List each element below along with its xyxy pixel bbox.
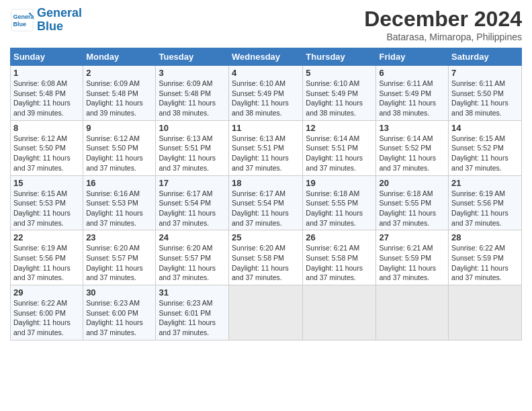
calendar-cell: 22Sunrise: 6:19 AMSunset: 5:56 PMDayligh… (11, 230, 83, 285)
day-number: 31 (159, 287, 226, 298)
day-detail: Sunrise: 6:15 AMSunset: 5:52 PMDaylight:… (451, 134, 508, 172)
calendar-cell: 3Sunrise: 6:09 AMSunset: 5:48 PMDaylight… (156, 66, 229, 121)
calendar-cell: 21Sunrise: 6:19 AMSunset: 5:56 PMDayligh… (449, 175, 522, 230)
logo-general: General (37, 6, 82, 19)
day-detail: Sunrise: 6:09 AMSunset: 5:48 PMDaylight:… (159, 79, 216, 117)
calendar-cell: 13Sunrise: 6:14 AMSunset: 5:52 PMDayligh… (376, 120, 449, 175)
calendar-cell: 10Sunrise: 6:13 AMSunset: 5:51 PMDayligh… (156, 120, 229, 175)
calendar-week-2: 8Sunrise: 6:12 AMSunset: 5:50 PMDaylight… (11, 120, 522, 175)
logo: General Blue General Blue (10, 7, 82, 34)
day-detail: Sunrise: 6:10 AMSunset: 5:49 PMDaylight:… (306, 79, 363, 117)
calendar-cell: 16Sunrise: 6:16 AMSunset: 5:53 PMDayligh… (83, 175, 156, 230)
header-thursday: Thursday (303, 48, 376, 66)
calendar-cell: 25Sunrise: 6:20 AMSunset: 5:58 PMDayligh… (229, 230, 303, 285)
day-detail: Sunrise: 6:11 AMSunset: 5:49 PMDaylight:… (379, 79, 436, 117)
page: General Blue General Blue December 2024 … (0, 0, 532, 347)
day-number: 2 (86, 68, 152, 78)
calendar-cell: 6Sunrise: 6:11 AMSunset: 5:49 PMDaylight… (376, 66, 449, 121)
svg-text:Blue: Blue (13, 21, 27, 28)
calendar-cell (449, 285, 522, 340)
calendar-cell: 7Sunrise: 6:11 AMSunset: 5:50 PMDaylight… (449, 66, 522, 121)
title-area: December 2024 Batarasa, Mimaropa, Philip… (364, 7, 522, 42)
calendar-cell: 1Sunrise: 6:08 AMSunset: 5:48 PMDaylight… (11, 66, 83, 121)
day-number: 26 (306, 232, 373, 242)
day-number: 28 (451, 232, 519, 242)
day-number: 23 (86, 232, 152, 242)
day-number: 9 (86, 123, 152, 133)
day-number: 30 (86, 287, 152, 298)
day-detail: Sunrise: 6:11 AMSunset: 5:50 PMDaylight:… (451, 79, 508, 117)
calendar-cell: 17Sunrise: 6:17 AMSunset: 5:54 PMDayligh… (156, 175, 229, 230)
day-detail: Sunrise: 6:20 AMSunset: 5:58 PMDaylight:… (232, 244, 289, 281)
day-detail: Sunrise: 6:21 AMSunset: 5:58 PMDaylight:… (306, 244, 363, 281)
day-detail: Sunrise: 6:14 AMSunset: 5:52 PMDaylight:… (379, 134, 436, 172)
day-number: 14 (451, 123, 519, 133)
calendar-cell: 19Sunrise: 6:18 AMSunset: 5:55 PMDayligh… (303, 175, 376, 230)
day-number: 13 (379, 123, 445, 133)
calendar-table: SundayMondayTuesdayWednesdayThursdayFrid… (10, 48, 522, 340)
calendar-cell (229, 285, 303, 340)
calendar-cell (376, 285, 449, 340)
calendar-cell: 18Sunrise: 6:17 AMSunset: 5:54 PMDayligh… (229, 175, 303, 230)
day-number: 1 (13, 68, 80, 78)
day-detail: Sunrise: 6:22 AMSunset: 6:00 PMDaylight:… (13, 299, 71, 336)
day-number: 15 (13, 178, 80, 188)
calendar-header-row: SundayMondayTuesdayWednesdayThursdayFrid… (11, 48, 522, 66)
day-number: 5 (306, 68, 373, 78)
day-number: 12 (306, 123, 373, 133)
day-number: 24 (159, 232, 226, 242)
day-detail: Sunrise: 6:09 AMSunset: 5:48 PMDaylight:… (86, 79, 143, 117)
calendar-cell: 26Sunrise: 6:21 AMSunset: 5:58 PMDayligh… (303, 230, 376, 285)
day-number: 16 (86, 178, 152, 188)
day-detail: Sunrise: 6:18 AMSunset: 5:55 PMDaylight:… (306, 189, 363, 227)
day-number: 29 (13, 287, 80, 298)
day-detail: Sunrise: 6:20 AMSunset: 5:57 PMDaylight:… (86, 244, 143, 281)
calendar-cell: 14Sunrise: 6:15 AMSunset: 5:52 PMDayligh… (449, 120, 522, 175)
header-friday: Friday (376, 48, 449, 66)
calendar-cell: 2Sunrise: 6:09 AMSunset: 5:48 PMDaylight… (83, 66, 156, 121)
calendar-cell: 31Sunrise: 6:23 AMSunset: 6:01 PMDayligh… (156, 285, 229, 340)
day-number: 17 (159, 178, 226, 188)
calendar-cell: 8Sunrise: 6:12 AMSunset: 5:50 PMDaylight… (11, 120, 83, 175)
day-detail: Sunrise: 6:16 AMSunset: 5:53 PMDaylight:… (86, 189, 143, 227)
day-number: 8 (13, 123, 80, 133)
day-detail: Sunrise: 6:19 AMSunset: 5:56 PMDaylight:… (451, 189, 508, 227)
day-detail: Sunrise: 6:20 AMSunset: 5:57 PMDaylight:… (159, 244, 216, 281)
calendar-cell: 27Sunrise: 6:21 AMSunset: 5:59 PMDayligh… (376, 230, 449, 285)
day-detail: Sunrise: 6:14 AMSunset: 5:51 PMDaylight:… (306, 134, 363, 172)
day-detail: Sunrise: 6:18 AMSunset: 5:55 PMDaylight:… (379, 189, 436, 227)
header-monday: Monday (83, 48, 156, 66)
calendar-week-3: 15Sunrise: 6:15 AMSunset: 5:53 PMDayligh… (11, 175, 522, 230)
logo-blue: Blue (37, 19, 63, 33)
day-detail: Sunrise: 6:17 AMSunset: 5:54 PMDaylight:… (232, 189, 289, 227)
calendar-cell: 11Sunrise: 6:13 AMSunset: 5:51 PMDayligh… (229, 120, 303, 175)
calendar-cell: 5Sunrise: 6:10 AMSunset: 5:49 PMDaylight… (303, 66, 376, 121)
calendar-cell: 28Sunrise: 6:22 AMSunset: 5:59 PMDayligh… (449, 230, 522, 285)
day-detail: Sunrise: 6:23 AMSunset: 6:00 PMDaylight:… (86, 299, 143, 336)
logo-icon: General Blue (10, 8, 34, 32)
calendar-week-5: 29Sunrise: 6:22 AMSunset: 6:00 PMDayligh… (11, 285, 522, 340)
day-detail: Sunrise: 6:12 AMSunset: 5:50 PMDaylight:… (13, 134, 71, 172)
calendar-cell: 23Sunrise: 6:20 AMSunset: 5:57 PMDayligh… (83, 230, 156, 285)
day-detail: Sunrise: 6:12 AMSunset: 5:50 PMDaylight:… (86, 134, 143, 172)
calendar-cell: 4Sunrise: 6:10 AMSunset: 5:49 PMDaylight… (229, 66, 303, 121)
calendar-cell (303, 285, 376, 340)
day-number: 22 (13, 232, 80, 242)
calendar-cell: 15Sunrise: 6:15 AMSunset: 5:53 PMDayligh… (11, 175, 83, 230)
day-number: 18 (232, 178, 300, 188)
header: General Blue General Blue December 2024 … (10, 7, 522, 42)
day-number: 7 (451, 68, 519, 78)
header-tuesday: Tuesday (156, 48, 229, 66)
day-number: 19 (306, 178, 373, 188)
day-number: 27 (379, 232, 445, 242)
day-number: 4 (232, 68, 300, 78)
day-number: 20 (379, 178, 445, 188)
calendar-week-4: 22Sunrise: 6:19 AMSunset: 5:56 PMDayligh… (11, 230, 522, 285)
header-wednesday: Wednesday (229, 48, 303, 66)
location-subtitle: Batarasa, Mimaropa, Philippines (364, 32, 522, 42)
day-detail: Sunrise: 6:23 AMSunset: 6:01 PMDaylight:… (159, 299, 216, 336)
day-number: 11 (232, 123, 300, 133)
day-number: 25 (232, 232, 300, 242)
day-detail: Sunrise: 6:21 AMSunset: 5:59 PMDaylight:… (379, 244, 436, 281)
day-number: 10 (159, 123, 226, 133)
